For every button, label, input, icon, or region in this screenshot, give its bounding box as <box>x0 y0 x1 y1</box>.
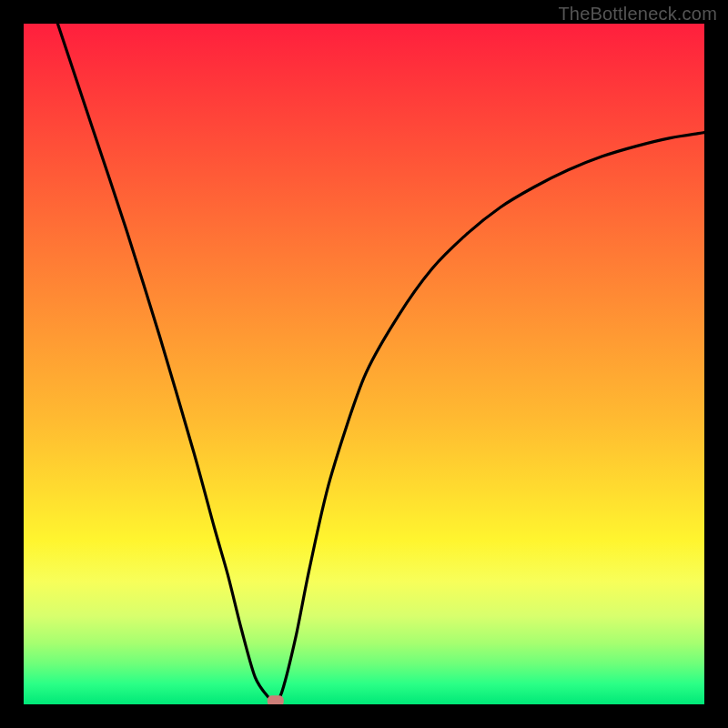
plot-area <box>24 24 704 704</box>
curve-path <box>57 24 704 702</box>
bottleneck-curve <box>24 24 704 704</box>
minimum-marker <box>268 695 284 704</box>
chart-frame: TheBottleneck.com <box>0 0 728 728</box>
watermark-text: TheBottleneck.com <box>558 4 717 25</box>
